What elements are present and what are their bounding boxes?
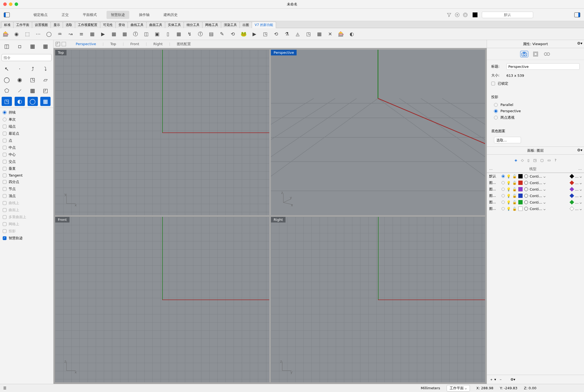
- tool-icon[interactable]: ◯: [28, 97, 38, 106]
- toolbar-icon-22[interactable]: 🐸: [240, 30, 248, 38]
- tab-4[interactable]: 选取: [63, 22, 75, 28]
- osnap-check[interactable]: [3, 187, 6, 191]
- osnap-check[interactable]: [3, 160, 6, 164]
- view-tab-Top[interactable]: Top: [106, 41, 121, 47]
- layer-row[interactable]: 默认 💡 🔓 Conti... ⌵ … ⌵: [487, 173, 584, 180]
- viewport-right[interactable]: Right zy: [271, 217, 485, 382]
- osnap-check[interactable]: [3, 222, 6, 226]
- lock-icon[interactable]: 🔓: [512, 181, 517, 185]
- layer-tools-button[interactable]: ⚙︎▾: [510, 377, 515, 381]
- bulb-icon[interactable]: 💡: [506, 181, 511, 185]
- command-input[interactable]: [2, 54, 52, 61]
- toolbar-icon-12[interactable]: Ⓣ: [131, 30, 140, 38]
- print-swatch[interactable]: [569, 187, 574, 192]
- layer-state-icon[interactable]: ◇: [521, 158, 524, 162]
- toolbar-icon-16[interactable]: ▦: [175, 30, 183, 38]
- palette-icon[interactable]: ▫: [15, 42, 25, 51]
- layer-color-swatch[interactable]: [518, 200, 523, 204]
- tab-6[interactable]: 可见性: [100, 22, 116, 28]
- layer-row[interactable]: 图... 💡 🔓 Conti... ⌵ … ⌵: [487, 205, 584, 212]
- layer-row[interactable]: 图... 💡 🔓 Conti... ⌵ … ⌵: [487, 199, 584, 205]
- tool-icon[interactable]: ▱: [40, 75, 51, 84]
- display-icon[interactable]: ▢: [540, 158, 543, 162]
- help-icon[interactable]: ?: [555, 158, 556, 162]
- layer-row[interactable]: 图... 💡 🔓 Conti... ⌵ … ⌵: [487, 192, 584, 199]
- view-tab-Right[interactable]: Right: [149, 41, 167, 47]
- layer-color-swatch[interactable]: [518, 194, 523, 198]
- toolbar-icon-18[interactable]: Ⓣ: [196, 30, 204, 38]
- toolbar-icon-15[interactable]: ▯: [164, 30, 172, 38]
- toolbar-icon-7[interactable]: ≡: [77, 30, 85, 38]
- menu-建构历史[interactable]: 建构历史: [159, 11, 182, 19]
- bulb-icon[interactable]: 💡: [506, 174, 511, 178]
- toolbar-icon-1[interactable]: ◉: [12, 30, 21, 38]
- bulb-icon[interactable]: 💡: [506, 207, 511, 211]
- current-layer-radio[interactable]: [502, 188, 505, 191]
- tool-icon[interactable]: ·: [15, 64, 25, 74]
- tab-3[interactable]: 显示: [51, 22, 63, 28]
- units-label[interactable]: Millimeters: [421, 386, 440, 390]
- tab-7[interactable]: 变动: [115, 22, 128, 28]
- osnap-check[interactable]: [3, 174, 6, 177]
- selection-mode-icon[interactable]: [454, 12, 460, 18]
- layer-row[interactable]: 图... 💡 🔓 Conti... ⌵ … ⌵: [487, 180, 584, 186]
- camera-icon[interactable]: [520, 51, 528, 57]
- osnap-check[interactable]: [3, 167, 6, 171]
- tool-icon[interactable]: ⬠: [2, 86, 12, 95]
- osnap-check[interactable]: [3, 180, 6, 184]
- print-color-icon[interactable]: [524, 181, 528, 185]
- gear-icon[interactable]: ⚙︎▾: [577, 41, 582, 45]
- record-icon[interactable]: [462, 12, 468, 18]
- menu-icon[interactable]: ☰: [3, 386, 6, 390]
- current-layer-radio[interactable]: [502, 194, 505, 197]
- print-color-icon[interactable]: [524, 194, 528, 198]
- current-layer-radio[interactable]: [502, 207, 505, 210]
- lock-icon[interactable]: 🔓: [512, 174, 517, 178]
- osnap-radio[interactable]: [3, 118, 6, 121]
- tool-icon[interactable]: ◳: [2, 97, 12, 106]
- osnap-check[interactable]: [3, 146, 6, 150]
- toolbar-icon-19[interactable]: ▤: [207, 30, 215, 38]
- osnap-check[interactable]: [3, 201, 6, 205]
- osnap-check[interactable]: [3, 153, 6, 157]
- lock-icon[interactable]: 🔓: [512, 187, 517, 191]
- projection-radio[interactable]: [494, 103, 498, 107]
- lock-icon[interactable]: 🔓: [512, 200, 517, 204]
- tab-5[interactable]: 工作视窗配置: [75, 22, 100, 28]
- tab-14[interactable]: 出图: [240, 22, 252, 28]
- tab-0[interactable]: 标准: [1, 22, 14, 28]
- tab-13[interactable]: 渲染工具: [221, 22, 240, 28]
- tool-icon[interactable]: ◯: [2, 75, 12, 84]
- tab-11[interactable]: 细分工具: [184, 22, 203, 28]
- toolbar-icon-23[interactable]: ▶: [250, 30, 258, 38]
- toolbar-icon-14[interactable]: ▣: [153, 30, 161, 38]
- current-layer-radio[interactable]: [502, 175, 505, 178]
- tool-icon[interactable]: ▦: [40, 97, 51, 106]
- toolbar-icon-29[interactable]: ▦: [315, 30, 323, 38]
- osnap-check[interactable]: [3, 236, 6, 240]
- tool-icon[interactable]: ◉: [15, 75, 25, 84]
- bulb-icon[interactable]: 💡: [506, 200, 511, 204]
- zoom-icon[interactable]: [15, 2, 18, 6]
- view-tab-图纸配置[interactable]: 图纸配置: [172, 41, 195, 48]
- right-panel-toggle-icon[interactable]: [574, 12, 580, 17]
- tab-12[interactable]: 网格工具: [202, 22, 221, 28]
- toolbar-icon-8[interactable]: ▦: [88, 30, 96, 38]
- print-color-icon[interactable]: [524, 174, 528, 178]
- tab-15[interactable]: V7 的新功能: [252, 22, 276, 28]
- link-icon[interactable]: [543, 51, 551, 57]
- viewport-label[interactable]: Front: [55, 217, 69, 222]
- tool-icon[interactable]: ◳: [28, 75, 38, 84]
- lock-icon[interactable]: 🔓: [512, 207, 517, 211]
- viewport-perspective[interactable]: Perspective zxy: [271, 50, 485, 215]
- osnap-radio[interactable]: [3, 111, 6, 114]
- close-icon[interactable]: [3, 2, 7, 6]
- print-swatch[interactable]: [569, 200, 574, 205]
- toolbar-icon-4[interactable]: ◯: [45, 30, 53, 38]
- current-layer-radio[interactable]: [502, 181, 505, 184]
- toolbar-icon-27[interactable]: ◬: [294, 30, 302, 38]
- print-color-icon[interactable]: [524, 187, 528, 191]
- palette-icon[interactable]: ◫: [2, 42, 12, 51]
- menu-正交[interactable]: 正交: [57, 11, 73, 19]
- tab-1[interactable]: 工作平面: [13, 22, 32, 28]
